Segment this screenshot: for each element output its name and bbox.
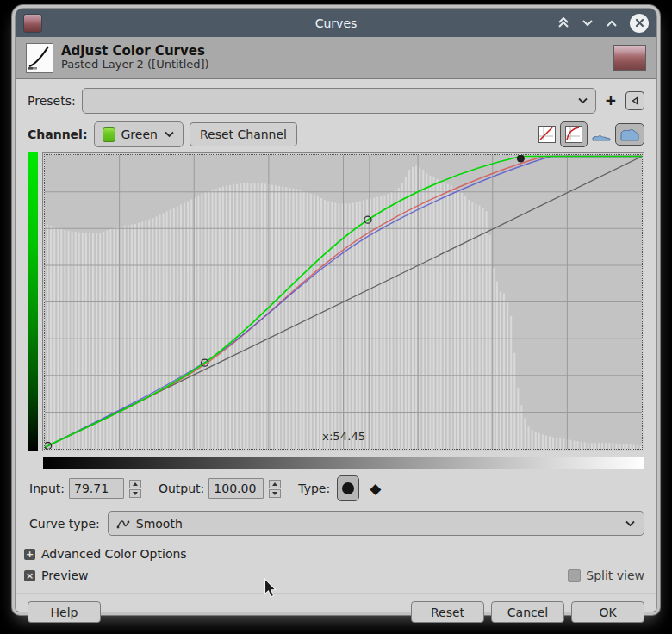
- cancel-button[interactable]: Cancel: [491, 601, 564, 623]
- linear-trc-icon[interactable]: [538, 126, 556, 143]
- triangle-left-icon: [631, 96, 639, 105]
- curve-type-value: Smooth: [136, 517, 619, 531]
- presets-label: Presets:: [28, 94, 76, 108]
- type-label: Type:: [298, 482, 330, 495]
- split-view-label[interactable]: Split view: [586, 569, 644, 582]
- channel-gradient-strip: [28, 152, 38, 451]
- chevron-down-icon: [164, 131, 175, 138]
- linear-histogram-icon[interactable]: [592, 127, 611, 141]
- spin-up-icon[interactable]: [269, 480, 281, 488]
- chevron-down-icon: [625, 520, 636, 527]
- input-label: Input:: [29, 482, 65, 495]
- svg-text:x:54.45: x:54.45: [322, 430, 365, 443]
- dialog-title: Adjust Color Curves: [61, 44, 209, 59]
- close-icon[interactable]: [630, 14, 649, 33]
- keep-above-icon[interactable]: [557, 17, 569, 28]
- input-field[interactable]: [69, 478, 124, 499]
- point-type-corner-button[interactable]: ◆: [370, 482, 381, 496]
- layer-thumbnail: [613, 45, 646, 71]
- preview-checkbox[interactable]: ×: [24, 570, 35, 581]
- output-label: Output:: [159, 482, 204, 495]
- log-histogram-toggle-active[interactable]: [615, 123, 644, 146]
- dialog-header: Adjust Color Curves Pasted Layer-2 ([Unt…: [16, 37, 656, 79]
- help-button[interactable]: Help: [28, 601, 101, 623]
- curve-type-dropdown[interactable]: Smooth: [108, 511, 644, 536]
- point-type-smooth-button[interactable]: [337, 476, 359, 501]
- action-area-separator: [16, 593, 656, 594]
- curve-graph-frame: x:54.45: [42, 152, 644, 451]
- spin-up-icon[interactable]: [129, 480, 141, 488]
- log-histogram-icon: [620, 127, 639, 141]
- preview-label[interactable]: Preview: [41, 569, 89, 582]
- spin-down-icon[interactable]: [129, 489, 141, 498]
- reset-channel-button[interactable]: Reset Channel: [190, 122, 297, 146]
- reset-button[interactable]: Reset: [411, 601, 484, 623]
- advanced-color-options-label[interactable]: Advanced Color Options: [41, 547, 187, 561]
- output-field[interactable]: [208, 478, 264, 499]
- title-bar[interactable]: Curves: [16, 9, 656, 37]
- input-spinner[interactable]: [129, 480, 141, 498]
- presets-dropdown[interactable]: [82, 88, 596, 114]
- channel-dropdown[interactable]: Green: [94, 121, 184, 147]
- minimize-icon[interactable]: [582, 20, 594, 27]
- output-spinner[interactable]: [269, 480, 281, 498]
- screenshot-stage: Curves: [0, 0, 672, 634]
- green-channel-swatch: [103, 127, 115, 142]
- curve-type-label: Curve type:: [29, 517, 100, 531]
- preset-menu-button[interactable]: [625, 91, 644, 110]
- split-view-checkbox[interactable]: [568, 569, 581, 582]
- channel-value: Green: [121, 127, 158, 141]
- ok-button[interactable]: OK: [571, 601, 644, 623]
- perceptual-trc-toggle-active[interactable]: [560, 121, 588, 147]
- add-preset-button[interactable]: +: [602, 90, 619, 111]
- gamma-trc-icon: [565, 126, 582, 143]
- spin-down-icon[interactable]: [269, 489, 281, 498]
- dialog-subtitle: Pasted Layer-2 ([Untitled]): [61, 59, 209, 71]
- curves-tool-icon: [26, 43, 53, 73]
- smooth-curve-icon: [116, 518, 130, 530]
- circle-icon: [342, 482, 354, 494]
- chevron-down-icon: [577, 97, 588, 104]
- curve-editing-canvas[interactable]: x:54.45: [45, 155, 642, 449]
- maximize-icon[interactable]: [606, 20, 618, 27]
- expander-plus-icon[interactable]: +: [24, 549, 35, 560]
- input-gradient-strip: [43, 457, 644, 469]
- channel-label: Channel:: [28, 127, 88, 141]
- curves-dialog-window: Curves: [16, 9, 656, 612]
